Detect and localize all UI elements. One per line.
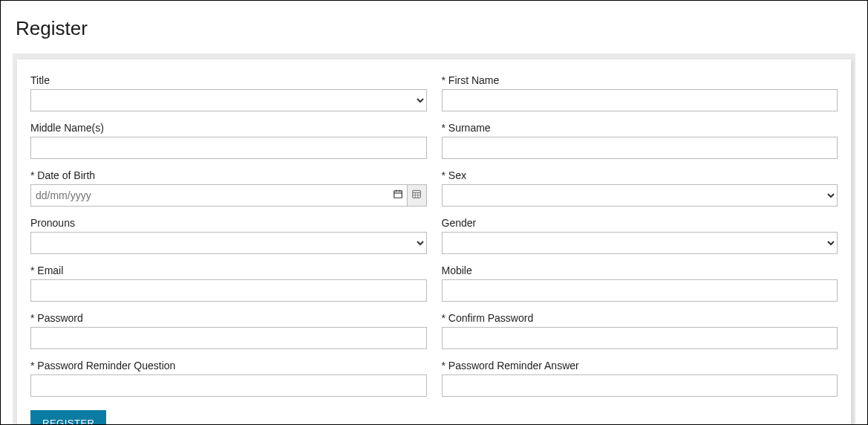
email-input[interactable] <box>30 279 427 302</box>
label-dob: * Date of Birth <box>30 169 427 181</box>
label-reminder-question: * Password Reminder Question <box>30 360 427 372</box>
field-dob: * Date of Birth <box>30 169 427 207</box>
label-confirm-password: * Confirm Password <box>442 312 838 324</box>
field-middle-names: Middle Name(s) <box>30 122 427 159</box>
sex-select[interactable] <box>442 184 838 207</box>
svg-rect-0 <box>394 191 402 198</box>
field-reminder-question: * Password Reminder Question <box>30 360 427 397</box>
middle-names-input[interactable] <box>30 137 427 159</box>
dob-picker-button[interactable] <box>408 184 427 207</box>
register-form: Title * First Name Middle Name(s) * Surn… <box>30 74 838 397</box>
label-mobile: Mobile <box>442 265 838 276</box>
field-surname: * Surname <box>442 122 838 159</box>
form-card-wrap: Title * First Name Middle Name(s) * Surn… <box>13 53 855 425</box>
field-pronouns: Pronouns <box>30 217 427 254</box>
label-first-name: * First Name <box>442 74 838 86</box>
calendar-grid-icon <box>411 189 422 202</box>
label-password: * Password <box>30 312 427 324</box>
form-card: Title * First Name Middle Name(s) * Surn… <box>17 59 851 425</box>
register-button[interactable]: REGISTER <box>30 410 106 425</box>
svg-rect-4 <box>413 190 421 198</box>
label-email: * Email <box>30 265 427 276</box>
confirm-password-input[interactable] <box>442 327 838 349</box>
mobile-input[interactable] <box>442 279 838 302</box>
label-surname: * Surname <box>442 122 838 134</box>
dob-input-wrap <box>30 184 408 207</box>
pronouns-select[interactable] <box>30 232 427 254</box>
reminder-answer-input[interactable] <box>442 374 838 397</box>
field-sex: * Sex <box>442 169 838 207</box>
gender-select[interactable] <box>442 232 838 254</box>
field-email: * Email <box>30 265 427 302</box>
field-password: * Password <box>30 312 427 349</box>
surname-input[interactable] <box>442 137 838 159</box>
page-title: Register <box>13 1 855 53</box>
label-reminder-answer: * Password Reminder Answer <box>442 360 838 372</box>
field-mobile: Mobile <box>442 265 838 302</box>
field-reminder-answer: * Password Reminder Answer <box>442 360 838 397</box>
calendar-inline-icon <box>393 189 403 202</box>
label-title: Title <box>30 74 427 86</box>
label-pronouns: Pronouns <box>30 217 427 229</box>
label-gender: Gender <box>442 217 838 229</box>
reminder-question-input[interactable] <box>30 374 427 397</box>
label-middle-names: Middle Name(s) <box>30 122 427 134</box>
field-gender: Gender <box>442 217 838 254</box>
field-confirm-password: * Confirm Password <box>442 312 838 349</box>
field-first-name: * First Name <box>442 74 838 111</box>
title-select[interactable] <box>30 89 427 111</box>
dob-input[interactable] <box>30 184 408 207</box>
field-title: Title <box>30 74 427 111</box>
label-sex: * Sex <box>442 169 838 181</box>
password-input[interactable] <box>30 327 427 349</box>
first-name-input[interactable] <box>442 89 838 111</box>
